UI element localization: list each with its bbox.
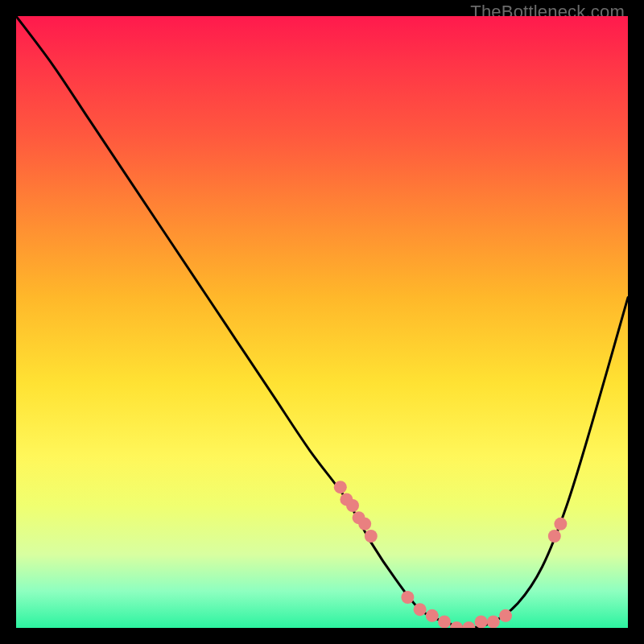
chart-marker bbox=[475, 615, 488, 628]
chart-marker bbox=[426, 609, 439, 622]
chart-marker bbox=[548, 530, 561, 543]
chart-marker bbox=[401, 591, 414, 604]
chart-frame bbox=[16, 16, 628, 628]
chart-marker bbox=[346, 499, 359, 512]
chart-curve bbox=[16, 16, 628, 628]
chart-marker bbox=[334, 481, 347, 493]
chart-marker bbox=[414, 603, 427, 616]
chart-marker bbox=[450, 621, 463, 628]
chart-marker bbox=[554, 518, 567, 530]
chart-marker bbox=[438, 615, 451, 628]
chart-markers bbox=[334, 481, 568, 628]
chart-svg bbox=[16, 16, 628, 628]
chart-marker bbox=[462, 621, 475, 628]
chart-marker bbox=[487, 615, 500, 628]
chart-marker bbox=[499, 609, 512, 622]
chart-marker bbox=[358, 518, 371, 530]
chart-marker bbox=[365, 530, 378, 543]
